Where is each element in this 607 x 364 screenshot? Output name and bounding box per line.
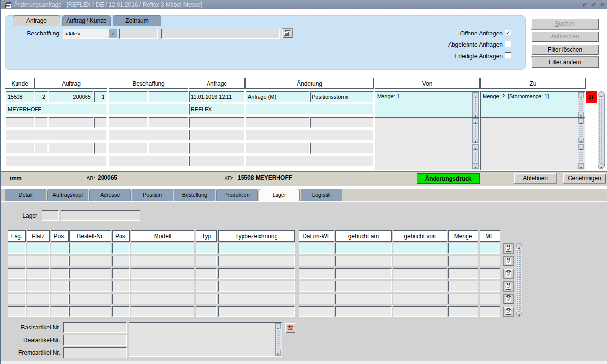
empty-record-field[interactable] [49, 143, 93, 154]
empty-record-field[interactable] [35, 117, 48, 128]
empty-record-field[interactable] [94, 117, 107, 128]
empty-record-field[interactable] [94, 143, 107, 154]
ablehnen-button[interactable]: Ablehnen [514, 173, 557, 184]
results-scrollbar[interactable] [598, 91, 605, 169]
scroll-thumb[interactable] [599, 98, 603, 162]
abbrechen-button[interactable]: Abbrechen [531, 31, 599, 42]
chevron-down-icon[interactable] [109, 29, 117, 38]
lager-table-cell[interactable] [112, 306, 130, 317]
empty-record-field[interactable] [109, 156, 188, 166]
lager-table-cell[interactable] [27, 306, 50, 317]
lager-table-cell[interactable] [27, 294, 50, 304]
lager-table-cell[interactable] [299, 243, 334, 254]
aenderung-text-field[interactable] [246, 104, 374, 115]
lager-table-cell[interactable] [335, 256, 392, 266]
tab-detail[interactable]: Detail [5, 189, 46, 201]
lager-table-cell[interactable] [51, 306, 69, 317]
empty-record-field[interactable] [6, 130, 107, 140]
suchen-button[interactable]: Suchen [531, 18, 599, 30]
empty-record-field[interactable] [246, 143, 309, 154]
scroll-up-icon[interactable] [473, 119, 478, 124]
lager-table-cell[interactable] [112, 243, 130, 254]
beschaffung-field-1[interactable] [109, 91, 148, 102]
lager-table-cell[interactable] [112, 294, 130, 304]
beschaffung-text-field[interactable] [161, 29, 280, 39]
abgelehnte-anfragen-checkbox[interactable] [505, 41, 511, 47]
scroll-up-icon[interactable] [276, 324, 281, 329]
scroll-up-icon[interactable] [578, 144, 584, 150]
clipboard-button[interactable] [503, 294, 514, 304]
scroll-thumb[interactable] [579, 125, 583, 137]
lager-table-cell[interactable] [480, 268, 500, 279]
filter-loeschen-button[interactable]: Filter löschen [531, 44, 599, 55]
empty-record-field[interactable] [109, 117, 148, 128]
tab-produktion[interactable]: Produktion [216, 189, 258, 201]
lager-table-cell[interactable] [448, 256, 478, 266]
scrollbar[interactable] [275, 323, 281, 356]
scroll-down-icon[interactable] [598, 163, 604, 169]
tab-adresse[interactable]: Adresse [89, 189, 131, 201]
tab-anfrage[interactable]: Anfrage [13, 15, 60, 26]
scroll-up-icon[interactable] [516, 243, 522, 249]
lager-table-cell[interactable] [335, 294, 392, 304]
empty-record-field[interactable] [310, 143, 374, 154]
lager-table-cell[interactable] [8, 306, 26, 317]
lager-table-cell[interactable] [51, 281, 69, 292]
lager-table-cell[interactable] [69, 243, 111, 254]
kunde-nr-field[interactable]: 15508 [6, 91, 34, 102]
lager-table-cell[interactable] [69, 306, 111, 317]
clipboard-button[interactable] [503, 256, 514, 266]
lager-table-cell[interactable] [131, 243, 194, 254]
lager-table-cell[interactable] [480, 243, 500, 254]
lager-table-cell[interactable] [448, 306, 478, 317]
lager-table-cell[interactable] [51, 294, 69, 304]
lager-table-cell[interactable] [299, 268, 334, 279]
lager-name-field[interactable] [61, 210, 140, 221]
scroll-up-icon[interactable] [598, 92, 604, 97]
anfrage-system-field[interactable]: REFLEX [189, 104, 244, 115]
lager-table-cell[interactable] [8, 294, 26, 304]
clipboard-button[interactable] [503, 281, 514, 292]
filter-aendern-button[interactable]: Filter ändern [531, 56, 599, 68]
tab-zeitraum[interactable]: Zeitraum [113, 15, 161, 26]
scroll-thumb[interactable] [277, 330, 280, 349]
von-textarea[interactable]: Menge: 1 [375, 91, 480, 119]
lager-table-cell[interactable] [69, 256, 111, 266]
lager-table-cell[interactable] [393, 268, 447, 279]
scrollbar[interactable] [472, 118, 479, 143]
lager-table-cell[interactable] [335, 306, 392, 317]
lager-table-cell[interactable] [131, 268, 194, 279]
lager-table-cell[interactable] [218, 243, 295, 254]
aenderungsdruck-button[interactable]: Änderungsdruck [417, 173, 480, 184]
scroll-thumb[interactable] [579, 151, 583, 162]
tab-auftragskopf[interactable]: Auftragskopf [47, 189, 88, 201]
beschaffung-name-field[interactable] [109, 104, 188, 115]
tab-auftrag-kunde[interactable]: Auftrag / Kunde [62, 15, 111, 26]
empty-record-textarea[interactable] [480, 117, 585, 144]
lager-table-cell[interactable] [218, 306, 295, 317]
artikel-text-textarea[interactable] [129, 322, 282, 357]
tab-bestellung[interactable]: Bestellung [174, 189, 215, 201]
lager-table-cell[interactable] [335, 268, 392, 279]
lager-table-cell[interactable] [131, 281, 194, 292]
lager-table-cell[interactable] [448, 294, 478, 304]
lager-table-cell[interactable] [27, 268, 50, 279]
lager-table-cell[interactable] [131, 256, 194, 266]
lager-table-cell[interactable] [196, 306, 217, 317]
lager-table-cell[interactable] [196, 243, 217, 254]
lager-table-cell[interactable] [335, 281, 392, 292]
scroll-down-icon[interactable] [578, 163, 584, 169]
scroll-down-icon[interactable] [276, 350, 281, 355]
lager-table-cell[interactable] [112, 281, 130, 292]
lager-table-cell[interactable] [51, 256, 69, 266]
lager-scrollbar[interactable] [516, 243, 522, 317]
lager-table-cell[interactable] [131, 294, 194, 304]
lager-table-cell[interactable] [112, 268, 130, 279]
lager-table-cell[interactable] [27, 256, 50, 266]
lager-table-cell[interactable] [218, 281, 295, 292]
realartikel-field[interactable] [63, 335, 127, 346]
empty-record-field[interactable] [6, 143, 34, 154]
lager-table-cell[interactable] [51, 243, 69, 254]
lager-table-cell[interactable] [448, 243, 478, 254]
aenderung-typ-field[interactable]: Anfrage (M) [246, 91, 309, 102]
